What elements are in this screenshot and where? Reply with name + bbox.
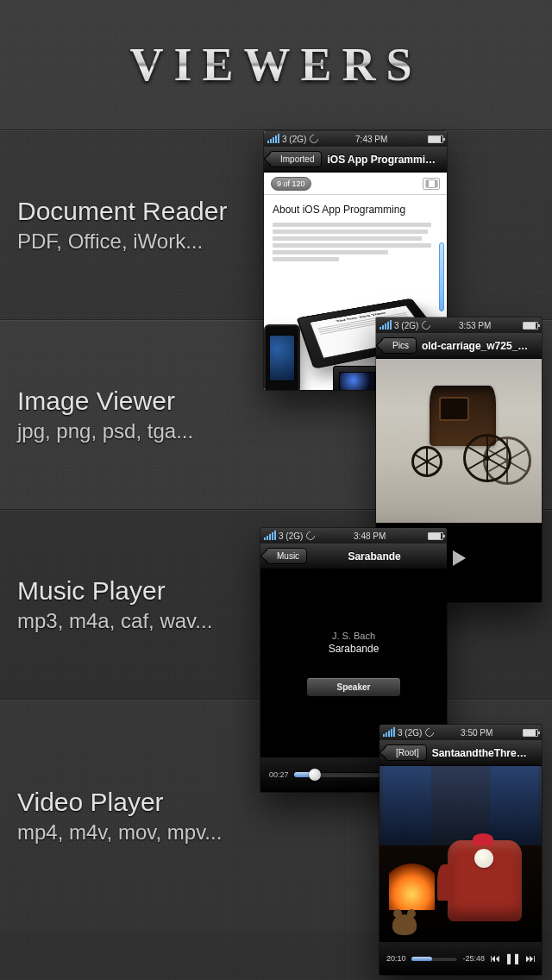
page-header: Viewers [0,0,552,129]
carrier-label: 3 (2G) [398,728,422,738]
screenshot-video-player: 3 (2G) 3:50 PM [Root] SantaandtheThreeBe… [380,725,542,975]
signal-icon [383,728,395,737]
nav-title: iOS App Programmin... [322,154,442,166]
remaining-time: -25:48 [462,954,485,963]
pause-icon[interactable]: ❚❚ [505,952,520,964]
clock-label: 7:43 PM [355,135,387,144]
elapsed-time: 00:27 [269,770,289,779]
battery-icon [428,532,443,540]
next-track-icon[interactable]: ⏭ [525,952,535,964]
status-bar: 3 (2G) 3:48 PM [260,528,447,543]
back-button[interactable]: Imported [269,151,322,167]
signal-icon [267,135,279,143]
activity-icon [304,530,317,542]
elapsed-time: 20:10 [386,954,406,963]
signal-icon [264,531,276,540]
battery-icon [523,322,538,330]
nav-title: old-carriage_w725_h544 [417,340,536,352]
nav-bar: Imported iOS App Programmin... [264,147,447,173]
back-button[interactable]: Pics [381,337,417,354]
clock-label: 3:53 PM [459,321,491,330]
thumbnails-icon[interactable] [423,178,440,190]
speaker-button[interactable]: Speaker [306,677,401,697]
activity-icon [420,319,432,331]
clock-label: 3:48 PM [354,531,386,541]
track-label: Sarabande [329,643,380,655]
nav-bar: Music Sarabande [260,543,447,569]
status-bar: 3 (2G) 7:43 PM [264,131,447,147]
scrubber[interactable] [411,957,458,961]
clock-label: 3:50 PM [461,728,492,738]
carrier-label: 3 (2G) [279,531,303,541]
battery-icon [428,135,443,143]
playback-bar: 20:10 -25:48 ⏮ ❚❚ ⏭ [380,942,542,975]
video-frame[interactable] [380,766,542,942]
signal-icon [380,321,392,330]
carriage-illustration [385,376,533,497]
image-canvas[interactable] [376,359,542,523]
nav-title: Sarabande [307,550,442,562]
page-title: Viewers [129,38,422,91]
prev-track-icon[interactable]: ⏮ [490,952,499,964]
scrubber-knob[interactable] [309,769,321,781]
back-button[interactable]: Music [266,548,307,564]
artist-label: J. S. Bach [332,631,375,641]
play-icon [453,550,466,566]
back-button[interactable]: [Root] [385,744,427,761]
battery-icon [523,729,538,737]
status-bar: 3 (2G) 3:53 PM [376,317,542,333]
nav-title: SantaandtheThreeBear... [427,747,536,759]
activity-icon [423,726,436,738]
document-header: 9 of 120 [264,173,447,195]
nav-bar: [Root] SantaandtheThreeBear... [380,740,542,766]
carrier-label: 3 (2G) [394,321,418,330]
document-heading: About iOS App Programming [273,204,438,216]
page-count-badge: 9 of 120 [271,177,311,191]
activity-icon [308,133,320,145]
nav-bar: Pics old-carriage_w725_h544 [376,333,542,359]
carrier-label: 3 (2G) [282,135,306,144]
status-bar: 3 (2G) 3:50 PM [380,725,542,740]
